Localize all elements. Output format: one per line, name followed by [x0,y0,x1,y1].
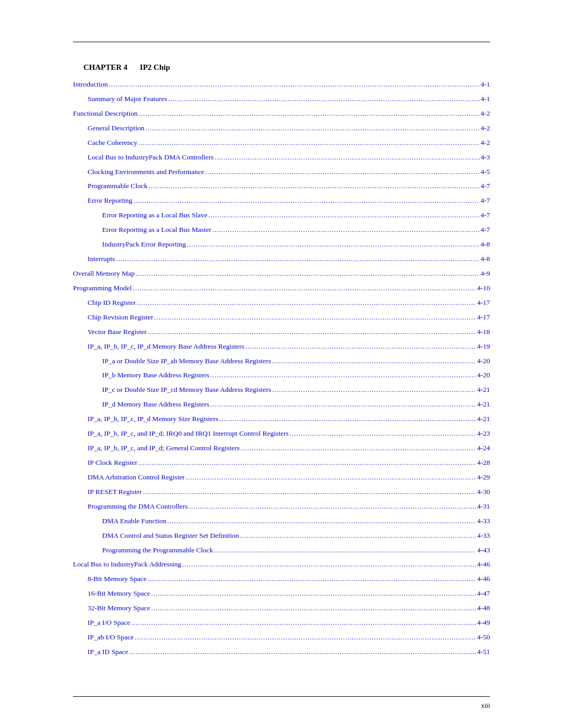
toc-entry[interactable]: Clocking Environments and Performance4-5 [73,167,490,180]
toc-entry[interactable]: IP_a I/O Space4-49 [73,618,490,631]
toc-dots [129,647,476,658]
toc-entry[interactable]: Functional Description4-2 [73,108,490,121]
toc-title: IP_a, IP_b, IP_c, and IP_d; IRQ0 and IRQ… [88,428,289,439]
toc-dots [137,298,476,309]
toc-entry[interactable]: IP RESET Register4-30 [73,487,490,500]
toc-title: IP_a or Double Size IP_ab Memory Base Ad… [102,356,271,367]
toc-title: Programmable Clock [88,181,148,192]
toc-dots [149,181,480,192]
toc-title: Programming the DMA Controllers [88,501,188,512]
toc-title: 16-Bit Memory Space [88,588,150,599]
toc-entry[interactable]: Programming Model4-10 [73,283,490,296]
toc-entry[interactable]: Programmable Clock4-7 [73,181,490,194]
toc-entry[interactable]: IP_a, IP_b, IP_c, and IP_d; General Cont… [73,443,490,456]
toc-title: DMA Enable Function [102,516,166,527]
toc-page-number: 4-29 [477,472,490,483]
chapter-label: CHAPTER 4 [83,63,128,71]
toc-entry[interactable]: Local Bus to IndustryPack Addressing4-46 [73,559,490,572]
chapter-title: IP2 Chip [140,63,170,71]
toc-entry[interactable]: Cache Coherency4-2 [73,138,490,151]
toc-entry[interactable]: IndustryPack Error Reporting4-8 [73,239,490,252]
toc-dots [116,254,480,265]
toc-page-number: 4-33 [477,530,490,541]
toc-entry[interactable]: IP_b Memory Base Address Registers4-20 [73,370,490,383]
toc-title: IP_a ID Space [88,647,128,658]
toc-entry[interactable]: General Description4-2 [73,123,490,136]
toc-title: Vector Base Register [88,327,146,338]
toc-entry[interactable]: 32-Bit Memory Space4-48 [73,603,490,616]
toc-entry[interactable]: IP_a, IP_b, IP_c, and IP_d; IRQ0 and IRQ… [73,428,490,441]
toc-entry[interactable]: Programming the DMA Controllers4-31 [73,501,490,514]
toc-entry[interactable]: DMA Arbitration Control Register4-29 [73,472,490,485]
toc-dots [139,108,480,120]
toc-title: IP_a, IP_b, IP_c, IP_d Memory Base Addre… [88,341,244,352]
toc-page-number: 4-21 [477,385,490,396]
toc-entry[interactable]: 8-Bit Memory Space4-46 [73,574,490,587]
toc-entry[interactable]: IP_a or Double Size IP_ab Memory Base Ad… [73,356,490,369]
toc-title: Chip Revision Register [88,312,153,323]
toc-page-number: 4-46 [477,559,490,570]
toc-entry[interactable]: Error Reporting as a Local Bus Slave4-7 [73,210,490,223]
toc-dots [151,588,476,600]
toc-title: IP RESET Register [88,487,142,498]
toc-title: Local Bus to IndustryPack Addressing [73,559,181,570]
toc-page-number: 4-10 [477,283,490,294]
toc-entry[interactable]: Error Reporting as a Local Bus Master4-7 [73,225,490,238]
toc-entry[interactable]: IP_a, IP_b, IP_c, IP_d Memory Base Addre… [73,341,490,354]
toc-entry[interactable]: DMA Enable Function4-33 [73,516,490,529]
toc-entry[interactable]: IP_a, IP_b, IP_c, IP_d Memory Size Regis… [73,414,490,427]
toc-page-number: 4-2 [481,123,490,134]
toc-entry[interactable]: IP_c or Double Size IP_cd Memory Base Ad… [73,385,490,398]
toc-dots [240,530,476,542]
toc-entry[interactable]: Overall Memory Map4-9 [73,268,490,281]
toc-page-number: 4-31 [477,501,490,512]
toc-dots [214,545,476,557]
toc-dots [139,458,476,469]
toc-entry[interactable]: IP_ab I/O Space4-50 [73,632,490,645]
toc-page-number: 4-21 [477,414,490,425]
toc-title: IndustryPack Error Reporting [102,239,186,250]
toc-title: IP_a, IP_b, IP_c, and IP_d; General Cont… [88,443,240,454]
toc-title: Cache Coherency [88,138,138,149]
toc-page-number: 4-1 [481,94,490,105]
toc-page-number: 4-24 [477,443,490,454]
toc-dots [148,574,476,585]
toc-entry[interactable]: Error Reporting4-7 [73,195,490,208]
toc-entry[interactable]: Summary of Major Features4-1 [73,94,490,107]
toc-dots [205,167,480,178]
toc-entry[interactable]: IP Clock Register4-28 [73,458,490,471]
toc-container: Introduction4-1Summary of Major Features… [73,79,490,660]
toc-entry[interactable]: 16-Bit Memory Space4-47 [73,588,490,601]
toc-title: 8-Bit Memory Space [88,574,146,585]
toc-dots [182,559,476,571]
toc-entry[interactable]: Vector Base Register4-18 [73,327,490,340]
toc-page-number: 4-20 [477,356,490,367]
toc-title: Error Reporting as a Local Bus Slave [102,210,207,221]
toc-entry[interactable]: Chip ID Register4-17 [73,298,490,311]
toc-dots [187,239,480,251]
toc-dots [148,327,476,338]
toc-dots [154,312,476,324]
toc-dots [134,632,476,644]
toc-page-number: 4-23 [477,428,490,439]
toc-entry[interactable]: Introduction4-1 [73,79,490,92]
toc-title: Programming Model [73,283,132,294]
toc-page-number: 4-46 [477,574,490,585]
toc-page-number: 4-19 [477,341,490,352]
toc-page-number: 4-50 [477,632,490,643]
toc-entry[interactable]: Local Bus to IndustryPack DMA Controller… [73,152,490,165]
toc-page-number: 4-9 [481,268,490,279]
toc-entry[interactable]: Interrupts4-8 [73,254,490,267]
toc-dots [133,283,476,294]
toc-page-number: 4-2 [481,138,490,149]
toc-page-number: 4-20 [477,370,490,381]
toc-dots [131,618,476,629]
toc-entry[interactable]: Chip Revision Register4-17 [73,312,490,325]
toc-entry[interactable]: Programming the Programmable Clock4-43 [73,545,490,558]
toc-page-number: 4-47 [477,588,490,599]
toc-entry[interactable]: IP_a ID Space4-51 [73,647,490,660]
toc-entry[interactable]: IP_d Memory Base Address Registers4-21 [73,399,490,412]
toc-dots [189,501,476,513]
toc-entry[interactable]: DMA Control and Status Register Set Defi… [73,530,490,544]
toc-dots [210,399,476,411]
